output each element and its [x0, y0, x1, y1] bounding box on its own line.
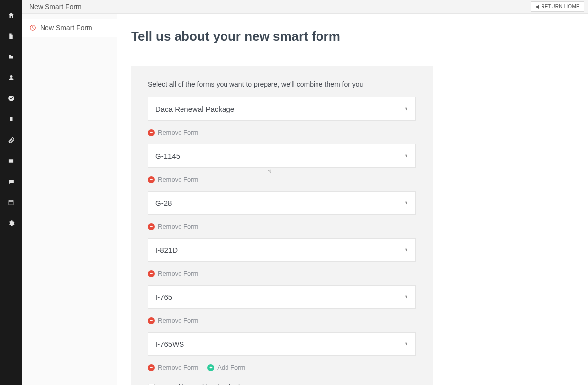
form-select-value: Daca Renewal Package [155, 105, 234, 113]
remove-form-label: Remove Form [158, 270, 198, 277]
add-form-label: Add Form [217, 364, 245, 371]
main-content: Tell us about your new smart form Select… [117, 14, 588, 385]
form-select[interactable]: Daca Renewal Package ▼ [148, 97, 416, 121]
remove-form-label: Remove Form [158, 223, 198, 230]
form-select[interactable]: G-1145 ▼ [148, 144, 416, 168]
minus-circle-icon: − [148, 364, 155, 371]
chat-icon[interactable] [0, 171, 22, 192]
form-actions: − Remove Form [148, 218, 416, 238]
body-row: New Smart Form Tell us about your new sm… [22, 14, 588, 385]
minus-circle-icon: − [148, 176, 155, 183]
divider [131, 55, 433, 55]
remove-form-button[interactable]: − Remove Form [148, 129, 198, 136]
save-combo-label: Save this combination for later [159, 383, 252, 385]
panel-instruction: Select all of the forms you want to prep… [148, 80, 416, 88]
form-actions: − Remove Form [148, 312, 416, 332]
sidebar-item-new-smart-form[interactable]: New Smart Form [22, 19, 117, 37]
form-actions: − Remove Form + Add Form [148, 359, 416, 379]
chevron-down-icon: ▼ [404, 247, 408, 252]
form-select[interactable]: G-28 ▼ [148, 191, 416, 215]
chevron-down-icon: ▼ [404, 294, 408, 299]
return-home-button[interactable]: ◀ RETURN HOME [531, 1, 584, 12]
form-select-value: I-821D [155, 246, 178, 254]
home-icon[interactable] [0, 5, 22, 26]
remove-form-button[interactable]: − Remove Form [148, 270, 198, 277]
clipboard-icon[interactable] [0, 109, 22, 130]
card-icon[interactable] [0, 150, 22, 171]
folder-icon[interactable] [0, 47, 22, 67]
form-select-value: I-765 [155, 293, 172, 301]
target-icon [29, 24, 36, 31]
remove-form-label: Remove Form [158, 176, 198, 183]
form-actions: − Remove Form [148, 265, 416, 285]
page-title: New Smart Form [29, 3, 82, 11]
form-select[interactable]: I-765 ▼ [148, 285, 416, 309]
chevron-down-icon: ▼ [404, 106, 408, 111]
form-actions: − Remove Form [148, 171, 416, 191]
secondary-sidebar: New Smart Form [22, 14, 117, 385]
form-select[interactable]: I-821D ▼ [148, 238, 416, 262]
form-actions: − Remove Form [148, 124, 416, 144]
remove-form-button[interactable]: − Remove Form [148, 223, 198, 230]
check-icon[interactable] [0, 88, 22, 109]
gear-icon[interactable] [0, 213, 22, 234]
app-column: New Smart Form ◀ RETURN HOME New Smart F… [22, 0, 588, 385]
chevron-down-icon: ▼ [404, 153, 408, 158]
form-row: I-765WS ▼ [148, 332, 416, 356]
file-icon[interactable] [0, 26, 22, 47]
calendar-icon[interactable] [0, 192, 22, 213]
save-combo-row: Save this combination for later [148, 383, 416, 385]
user-icon[interactable] [0, 67, 22, 88]
chevron-down-icon: ▼ [404, 341, 408, 346]
remove-form-button[interactable]: − Remove Form [148, 176, 198, 183]
remove-form-button[interactable]: − Remove Form [148, 317, 198, 324]
chevron-down-icon: ▼ [404, 200, 408, 205]
minus-circle-icon: − [148, 223, 155, 230]
form-row: G-28 ▼ [148, 191, 416, 215]
remove-form-label: Remove Form [158, 317, 198, 324]
form-row: I-765 ▼ [148, 285, 416, 309]
form-select-value: I-765WS [155, 340, 184, 348]
forms-panel: Select all of the forms you want to prep… [131, 66, 433, 385]
plus-circle-icon: + [207, 364, 214, 371]
minus-circle-icon: − [148, 129, 155, 136]
minus-circle-icon: − [148, 317, 155, 324]
nav-rail [0, 0, 22, 385]
form-select-value: G-28 [155, 199, 172, 207]
caret-left-icon: ◀ [535, 4, 539, 9]
form-row: G-1145 ▼ [148, 144, 416, 168]
main-heading: Tell us about your new smart form [131, 29, 433, 44]
minus-circle-icon: − [148, 270, 155, 277]
form-select[interactable]: I-765WS ▼ [148, 332, 416, 356]
return-home-label: RETURN HOME [541, 4, 580, 9]
form-row: Daca Renewal Package ▼ [148, 97, 416, 121]
add-form-button[interactable]: + Add Form [207, 364, 245, 371]
paperclip-icon[interactable] [0, 130, 22, 150]
sidebar-item-label: New Smart Form [40, 24, 92, 32]
remove-form-label: Remove Form [158, 129, 198, 136]
remove-form-button[interactable]: − Remove Form [148, 364, 198, 371]
form-select-value: G-1145 [155, 152, 180, 160]
form-row: I-821D ▼ [148, 238, 416, 262]
remove-form-label: Remove Form [158, 364, 198, 371]
top-bar: New Smart Form ◀ RETURN HOME [22, 0, 588, 14]
